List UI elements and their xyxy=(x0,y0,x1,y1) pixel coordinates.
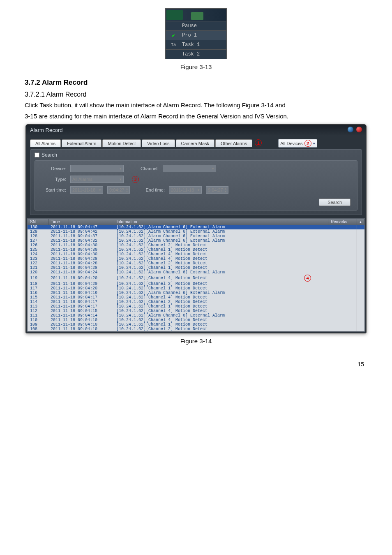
cell-info: [10.24.1.62][Alarm Channel 6] External A… xyxy=(114,313,287,318)
log-table: SN Time Information Remarks ▴ 1302011-11… xyxy=(27,218,365,332)
device-label: Device: xyxy=(42,166,66,171)
search-checkbox[interactable] xyxy=(35,153,39,157)
table-row[interactable]: 1252011-11-18 09:04:30[10.24.1.62][Chann… xyxy=(28,247,364,252)
cell-sn: 127 xyxy=(28,238,48,243)
table-row[interactable]: 1302011-11-18 09:04:47[10.24.1.62][Alarm… xyxy=(28,225,364,229)
cell-info: [10.24.1.62][Alarm Channel 6] External A… xyxy=(114,225,287,229)
tab-other-alarms[interactable]: Other Alarms xyxy=(215,139,252,147)
check-icon: ✔ xyxy=(172,32,175,39)
close-icon[interactable] xyxy=(356,127,362,132)
table-row[interactable]: 1162011-11-18 09:04:19[10.24.1.62][Alarm… xyxy=(28,291,364,295)
cell-time: 2011-11-18 09:04:10 xyxy=(48,327,114,331)
annotation-circle-3: 3 xyxy=(132,176,139,183)
menu-item-task2[interactable]: Task 2 xyxy=(180,51,202,58)
table-row[interactable]: 1242011-11-18 09:04:30[10.24.1.62][Chann… xyxy=(28,252,364,257)
cell-info: [10.24.1.62][Channel 1] Motion Detect xyxy=(114,304,287,309)
type-field[interactable]: All Alarms▾ xyxy=(70,176,124,183)
table-row[interactable]: 1202011-11-18 09:04:24[10.24.1.62][Alarm… xyxy=(28,270,364,275)
cell-info: [10.24.1.62][Channel 4] Motion Detect xyxy=(114,275,287,282)
tab-all-alarms[interactable]: All Alarms xyxy=(30,139,61,147)
cell-info: [10.24.1.62][Channel 4] Motion Detect xyxy=(114,252,287,257)
cell-sn: 112 xyxy=(28,309,48,313)
cell-info: [10.24.1.62][Channel 1] Motion Detect xyxy=(114,266,287,270)
table-row[interactable]: 1122011-11-18 09:04:15[10.24.1.62][Chann… xyxy=(28,309,364,313)
tab-external-alarm[interactable]: External Alarm xyxy=(62,139,102,147)
col-info[interactable]: Information xyxy=(114,219,287,225)
search-button[interactable]: Search xyxy=(319,199,350,206)
table-row[interactable]: 1222011-11-18 09:04:28[10.24.1.62][Chann… xyxy=(28,261,364,266)
cell-info: [10.24.1.62][Alarm Channel 6] External A… xyxy=(114,238,287,243)
menu-item-pause[interactable]: Pause xyxy=(180,22,199,30)
cell-info: [10.24.1.62][Channel 1] Motion Detect xyxy=(114,247,287,252)
cell-remarks xyxy=(328,261,357,266)
table-row[interactable]: 1132011-11-18 09:04:17[10.24.1.62][Chann… xyxy=(28,304,364,309)
cell-remarks xyxy=(328,275,357,282)
col-time[interactable]: Time xyxy=(48,219,114,225)
end-time-field[interactable]: 9:04:27▴▾ xyxy=(206,186,228,194)
cell-time: 2011-11-18 09:04:28 xyxy=(48,261,114,266)
table-row[interactable]: 1142011-11-18 09:04:17[10.24.1.62][Chann… xyxy=(28,300,364,304)
table-row[interactable]: 1172011-11-18 09:04:20[10.24.1.62][Chann… xyxy=(28,286,364,291)
cell-sn: 114 xyxy=(28,300,48,304)
cell-remarks xyxy=(328,282,357,286)
channel-label: Channel: xyxy=(136,166,159,171)
cell-remarks xyxy=(328,266,357,270)
annotation-circle-1: 1 xyxy=(255,139,262,146)
device-field[interactable]: ▾ xyxy=(70,165,124,172)
annotation-circle-4: 4 xyxy=(304,275,311,282)
cell-sn: 109 xyxy=(28,322,48,327)
table-row[interactable]: 1272011-11-18 09:04:32[10.24.1.62][Alarm… xyxy=(28,238,364,243)
table-row[interactable]: 1232011-11-18 09:04:28[10.24.1.62][Chann… xyxy=(28,257,364,261)
cell-time: 2011-11-18 09:04:15 xyxy=(48,309,114,313)
minimize-icon[interactable] xyxy=(348,127,353,132)
table-row[interactable]: 1262011-11-18 09:04:30[10.24.1.62][Chann… xyxy=(28,243,364,247)
menu-item-task1[interactable]: Task 1 xyxy=(180,41,202,49)
cell-remarks xyxy=(328,238,357,243)
col-remarks[interactable]: Remarks xyxy=(328,219,357,225)
figure-3-14-caption: Figure 3-14 xyxy=(25,338,367,345)
cell-sn: 129 xyxy=(28,229,48,234)
table-row[interactable]: 1082011-11-18 09:04:10[10.24.1.62][Chann… xyxy=(28,327,364,331)
tab-video-loss[interactable]: Video Loss xyxy=(142,139,175,147)
col-sn[interactable]: SN xyxy=(28,219,48,225)
cell-sn: 123 xyxy=(28,257,48,261)
table-row[interactable]: 1282011-11-18 09:04:37[10.24.1.62][Alarm… xyxy=(28,234,364,238)
start-time-field[interactable]: 9:04:27▴▾ xyxy=(107,186,130,194)
cell-remarks xyxy=(328,270,357,275)
type-label: Type: xyxy=(42,177,66,182)
cell-remarks xyxy=(328,318,357,322)
scroll-up-icon[interactable]: ▴ xyxy=(357,219,364,225)
device-dropdown[interactable]: All Devices 2 ▾ xyxy=(278,139,317,148)
cell-sn: 121 xyxy=(28,266,48,270)
cell-info: [10.24.1.62][Channel 2] Motion Detect xyxy=(114,327,287,331)
cell-sn: 122 xyxy=(28,261,48,266)
cell-remarks xyxy=(328,286,357,291)
table-row[interactable]: 1182011-11-18 09:04:20[10.24.1.62][Chann… xyxy=(28,282,364,286)
cell-info: [10.24.1.62][Channel 2] Motion Detect xyxy=(114,261,287,266)
table-row[interactable]: 1152011-11-18 09:04:17[10.24.1.62][Chann… xyxy=(28,295,364,300)
tab-motion-detect[interactable]: Motion Detect xyxy=(102,139,141,147)
table-row[interactable]: 1292011-11-18 09:04:42[10.24.1.62][Alarm… xyxy=(28,229,364,234)
table-row[interactable]: 1212011-11-18 09:04:28[10.24.1.62][Chann… xyxy=(28,266,364,270)
channel-field[interactable]: ▾ xyxy=(163,165,216,172)
cell-info: [10.24.1.62][Channel 2] Motion Detect xyxy=(114,243,287,247)
cell-sn: 130 xyxy=(28,225,48,229)
tab-camera-mask[interactable]: Camera Mask xyxy=(176,139,214,147)
table-row[interactable]: 1192011-11-18 09:04:20[10.24.1.62][Chann… xyxy=(28,275,364,282)
table-row[interactable]: 1092011-11-18 09:04:10[10.24.1.62][Chann… xyxy=(28,322,364,327)
cell-info: [10.24.1.62][Channel 4] Motion Detect xyxy=(114,309,287,313)
cell-sn: 119 xyxy=(28,275,48,282)
table-row[interactable]: 1102011-11-18 09:04:10[10.24.1.62][Chann… xyxy=(28,318,364,322)
section-heading-3-7-2-1: 3.7.2.1 Alarm Record xyxy=(25,91,367,98)
table-row[interactable]: 1112011-11-18 09:04:14[10.24.1.62][Alarm… xyxy=(28,313,364,318)
cell-sn: 117 xyxy=(28,286,48,291)
cell-time: 2011-11-18 09:04:32 xyxy=(48,238,114,243)
alarm-record-window: Alarm Record All Alarms External Alarm M… xyxy=(25,124,367,333)
menu-item-pro1[interactable]: Pro 1 xyxy=(180,32,199,39)
cell-time: 2011-11-18 09:04:10 xyxy=(48,318,114,322)
end-date-field[interactable]: 2011-11-18▾ xyxy=(169,186,202,194)
cell-time: 2011-11-18 09:04:20 xyxy=(48,286,114,291)
start-date-field[interactable]: 2011-11-18▾ xyxy=(70,186,103,194)
cell-sn: 116 xyxy=(28,291,48,295)
cell-info: [10.24.1.62][Alarm Channel 6] External A… xyxy=(114,234,287,238)
